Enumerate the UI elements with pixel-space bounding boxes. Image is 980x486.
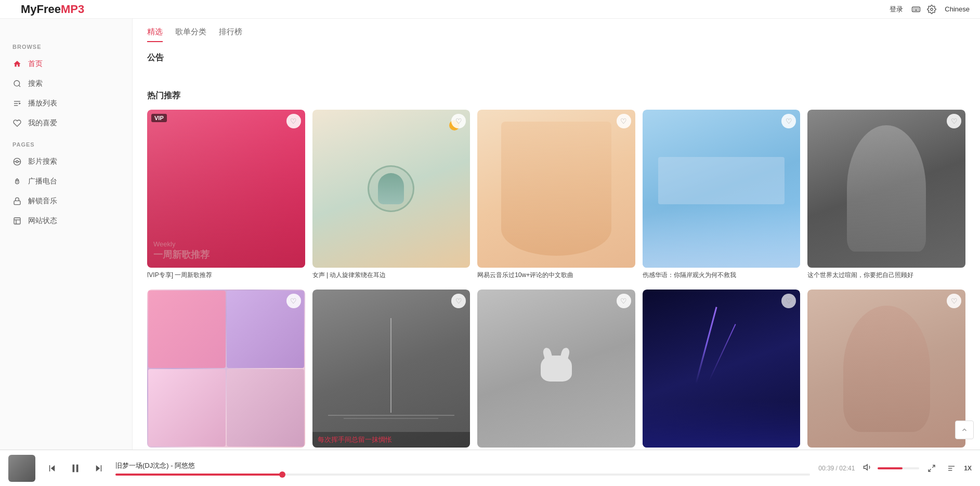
browse-label: BROWSE <box>0 44 132 54</box>
progress-bar[interactable] <box>115 474 810 476</box>
sidebar-item-status[interactable]: 网站状态 <box>0 211 132 231</box>
sidebar-item-radio[interactable]: 广播电台 <box>0 172 132 191</box>
sidebar-item-search[interactable]: 搜索 <box>0 74 132 94</box>
svg-rect-27 <box>73 464 75 472</box>
card-10[interactable]: ♡ <box>807 290 965 450</box>
card-heart-4[interactable]: ♡ <box>781 114 796 128</box>
playlist-toggle-button[interactable] <box>944 461 959 476</box>
cards-row-2: ♡ 每次挥手间总留一抹惆怅 ♡ <box>147 290 965 450</box>
progress-fill <box>115 474 282 476</box>
sidebar-item-playlist[interactable]: 播放列表 <box>0 94 132 113</box>
announcement-title: 公告 <box>147 50 965 65</box>
card-8[interactable]: ♡ <box>477 290 635 450</box>
hot-recommend-title: 热门推荐 <box>147 90 965 101</box>
sidebar-browse-section: BROWSE 首页 搜索 播放列表 <box>0 44 132 133</box>
sidebar-item-movie[interactable]: 影片搜索 <box>0 152 132 172</box>
card-heart-2[interactable]: ♡ <box>451 114 466 128</box>
next-button[interactable] <box>90 460 107 477</box>
player-song-name: 旧梦一场(DJ沈念) - 阿悠悠 <box>115 461 810 470</box>
lock-icon <box>12 196 22 206</box>
card-heart-6[interactable]: ♡ <box>286 294 301 308</box>
card-caption-4: 伤感华语：你隔岸观火为何不救我 <box>643 271 801 280</box>
svg-line-10 <box>19 85 20 87</box>
svg-marker-25 <box>51 465 55 471</box>
svg-line-32 <box>933 465 935 468</box>
sidebar-item-unlock[interactable]: 解锁音乐 <box>0 191 132 211</box>
card-caption-5: 这个世界太过喧闹，你要把自己照顾好 <box>807 271 965 280</box>
card-5[interactable]: ♡ 这个世界太过喧闹，你要把自己照顾好 <box>807 110 965 279</box>
home-icon <box>12 59 22 69</box>
language-button[interactable]: Chinese <box>943 4 972 14</box>
search-icon <box>12 79 22 88</box>
sidebar-item-favorites-label: 我的喜爱 <box>28 119 57 128</box>
svg-marker-31 <box>864 464 868 470</box>
player-right-controls: 1X <box>863 461 972 476</box>
svg-rect-0 <box>912 7 920 11</box>
card-6[interactable]: ♡ <box>147 290 305 450</box>
card-9[interactable]: ♡ <box>643 290 801 450</box>
cards-row-1: Weekly 一周新歌推荐 VIP ♡ [VIP专享] 一周新歌推荐 <box>147 110 965 279</box>
svg-point-8 <box>931 8 933 10</box>
sidebar: BROWSE 首页 搜索 播放列表 <box>0 19 133 450</box>
sidebar-item-home[interactable]: 首页 <box>0 54 132 74</box>
card-heart-1[interactable]: ♡ <box>286 114 301 128</box>
logo: MyFreeMP3 <box>21 3 84 16</box>
tab-charts[interactable]: 排行榜 <box>219 27 242 42</box>
player-time: 00:39 / 02:41 <box>818 465 855 472</box>
marquee-text: 每次挥手间总留一抹惆怅 <box>318 435 465 444</box>
svg-rect-22 <box>14 218 20 224</box>
expand-button[interactable] <box>924 461 939 476</box>
scroll-top-button[interactable] <box>955 421 974 439</box>
progress-thumb <box>279 471 285 478</box>
pause-button[interactable] <box>66 458 85 478</box>
sidebar-item-search-label: 搜索 <box>28 79 43 88</box>
tab-featured[interactable]: 精选 <box>147 27 163 42</box>
svg-rect-26 <box>49 465 50 471</box>
volume-fill <box>878 467 903 469</box>
card-caption-1: [VIP专享] 一周新歌推荐 <box>147 271 305 280</box>
sidebar-item-status-label: 网站状态 <box>28 216 57 226</box>
announcement-content <box>147 70 965 80</box>
svg-rect-21 <box>14 201 20 204</box>
card-7[interactable]: 每次挥手间总留一抹惆怅 ♡ <box>312 290 471 450</box>
sidebar-item-unlock-label: 解锁音乐 <box>28 196 57 206</box>
sidebar-pages-section: PAGES 影片搜索 广播电台 解锁音乐 <box>0 141 132 231</box>
vip-badge: VIP <box>151 114 167 122</box>
sidebar-item-favorites[interactable]: 我的喜爱 <box>0 113 132 133</box>
sidebar-item-radio-label: 广播电台 <box>28 177 57 186</box>
sidebar-item-home-label: 首页 <box>28 59 43 69</box>
speed-badge[interactable]: 1X <box>964 465 972 472</box>
player-bar: 旧梦一场(DJ沈念) - 阿悠悠 00:39 / 02:41 1X <box>0 450 980 486</box>
login-button[interactable]: 登录 <box>887 4 905 15</box>
keyboard-icon[interactable] <box>911 5 921 14</box>
card-3[interactable]: ♡ 网易云音乐过10w+评论的中文歌曲 <box>477 110 635 279</box>
volume-bar[interactable] <box>878 467 919 469</box>
status-icon <box>12 216 22 226</box>
card-4[interactable]: ♡ 伤感华语：你隔岸观火为何不救我 <box>643 110 801 279</box>
card-heart-3[interactable]: ♡ <box>617 114 631 128</box>
card-1[interactable]: Weekly 一周新歌推荐 VIP ♡ [VIP专享] 一周新歌推荐 <box>147 110 305 279</box>
radio-icon <box>12 177 22 186</box>
top-bar: MyFreeMP3 登录 Chinese <box>0 0 980 19</box>
tab-playlists[interactable]: 歌单分类 <box>175 27 206 42</box>
heart-icon <box>12 119 22 128</box>
tabs-row: 精选 歌单分类 排行榜 <box>147 19 965 42</box>
movie-icon <box>12 157 22 166</box>
player-controls <box>44 458 107 478</box>
main-content: 精选 歌单分类 排行榜 公告 热门推荐 Weekly 一周新歌推荐 VIP ♡ <box>133 19 980 450</box>
pages-label: PAGES <box>0 141 132 152</box>
sidebar-item-movie-label: 影片搜索 <box>28 157 57 166</box>
playlist-icon <box>12 99 22 108</box>
player-thumbnail <box>8 455 35 482</box>
svg-marker-29 <box>96 465 100 471</box>
card-heart-5[interactable]: ♡ <box>947 114 961 128</box>
svg-rect-30 <box>101 465 102 471</box>
prev-button[interactable] <box>44 460 60 477</box>
card-caption-3: 网易云音乐过10w+评论的中文歌曲 <box>477 271 635 280</box>
card-2[interactable]: ♡ 女声 | 动人旋律萦绕在耳边 <box>312 110 471 279</box>
marquee-overlay: 每次挥手间总留一抹惆怅 <box>312 432 471 448</box>
svg-point-9 <box>14 81 20 86</box>
volume-icon[interactable] <box>863 463 872 474</box>
svg-point-16 <box>16 161 18 163</box>
settings-icon[interactable] <box>927 5 936 14</box>
